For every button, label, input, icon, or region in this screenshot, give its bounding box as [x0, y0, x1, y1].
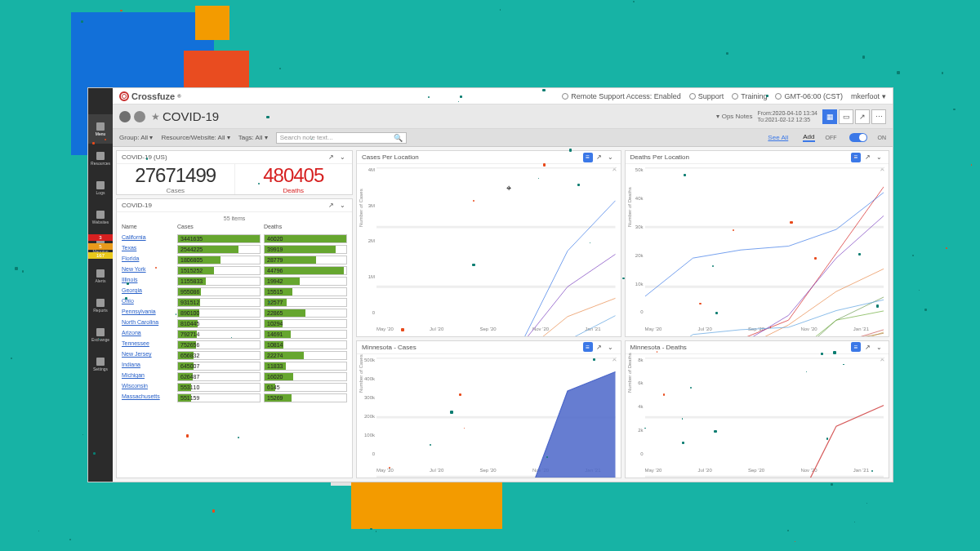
notes-toggle[interactable] — [849, 133, 867, 142]
table-count: 55 items — [122, 214, 347, 223]
expand-icon[interactable]: ↗ — [326, 153, 336, 162]
expand-icon[interactable]: ↗ — [595, 342, 604, 352]
filter-tags[interactable]: Tags: All — [238, 134, 268, 141]
expand-icon[interactable]: ↗ — [326, 201, 336, 211]
table-row[interactable]: Arizona79271414691 — [122, 329, 347, 340]
filter-resource[interactable]: Resource/Website: All — [161, 134, 229, 141]
search-input[interactable]: Search note text... 🔍 — [276, 132, 407, 144]
table-row[interactable]: Illinois115583319942 — [122, 276, 347, 287]
kpi-title: COVID-19 (US) — [122, 153, 167, 161]
state-link[interactable]: Texas — [122, 245, 174, 254]
table-row[interactable]: New Jersey65683222274 — [122, 350, 347, 361]
table-row[interactable]: Indiana64500711833 — [122, 361, 347, 371]
view-button-2[interactable]: ↗ — [855, 109, 870, 124]
add-link[interactable]: Add — [803, 133, 814, 142]
table-row[interactable]: Wisconsin5531106145 — [122, 382, 347, 393]
brand-logo[interactable]: Crossfuze® — [119, 91, 181, 101]
table-row[interactable]: Michigan62648716020 — [122, 371, 347, 382]
cases-cell: 1155833 — [177, 277, 261, 286]
expand-icon[interactable]: ↗ — [595, 153, 604, 162]
kpi-cases-value: 27671499 — [135, 164, 216, 187]
filter-group[interactable]: Group: All — [119, 134, 153, 141]
cases-cell: 1515252 — [177, 266, 261, 275]
settings-icon — [96, 358, 105, 366]
chart-title: Cases Per Location — [362, 153, 419, 161]
chevron-down-icon[interactable]: ⌄ — [337, 201, 347, 211]
chart-title: Minnesota - Cases — [362, 344, 416, 351]
legend-button[interactable]: ≡ — [851, 153, 861, 162]
nav-item-settings[interactable]: Settings — [88, 349, 113, 379]
websites-icon — [96, 211, 105, 219]
table-row[interactable]: Florida180680528779 — [122, 255, 347, 265]
table-row[interactable]: Tennessee75265610814 — [122, 340, 347, 350]
expand-icon[interactable]: ↗ — [862, 153, 872, 162]
legend-button[interactable]: ≡ — [583, 153, 593, 162]
state-link[interactable]: Indiana — [122, 362, 174, 371]
state-link[interactable]: North Carolina — [122, 319, 174, 328]
state-link[interactable]: New Jersey — [122, 351, 174, 360]
chevron-down-icon[interactable]: ⌄ — [874, 342, 884, 352]
legend-button[interactable]: ≡ — [583, 342, 593, 352]
state-link[interactable]: Ohio — [122, 298, 174, 307]
timezone-display[interactable]: GMT-06:00 (CST) — [775, 92, 843, 100]
state-link[interactable]: Pennsylvania — [122, 309, 174, 318]
training-link[interactable]: Training — [732, 92, 767, 100]
logo-icon — [119, 91, 129, 101]
nav-item-websites[interactable]: Websites — [88, 202, 113, 232]
deaths-cell: 44796 — [264, 266, 347, 275]
nav-item-exchange[interactable]: Exchange — [88, 320, 113, 349]
chevron-down-icon[interactable]: ⌄ — [606, 153, 616, 162]
state-link[interactable]: Florida — [122, 256, 174, 264]
col-deaths[interactable]: Deaths — [264, 224, 347, 233]
state-link[interactable]: Georgia — [122, 287, 174, 296]
chart-minnesota-cases: Minnesota - Cases ≡ ↗ ⌄ ✕ Number of Case… — [356, 340, 621, 479]
state-link[interactable]: Massachusetts — [122, 393, 174, 402]
chevron-down-icon[interactable]: ⌄ — [874, 153, 884, 162]
table-row[interactable]: Texas254422539919 — [122, 244, 347, 255]
expand-icon[interactable]: ↗ — [862, 342, 872, 352]
dashboard-icon[interactable] — [134, 111, 145, 122]
cases-cell: 890100 — [177, 309, 261, 318]
chevron-down-icon[interactable]: ⌄ — [606, 342, 616, 352]
chart-deaths-per-location: Deaths Per Location ≡ ↗ ⌄ ✕ Number of De… — [625, 150, 890, 337]
state-link[interactable]: New York — [122, 266, 174, 275]
home-icon[interactable] — [119, 111, 131, 122]
nav-item-menu[interactable]: Menu — [88, 114, 113, 144]
search-placeholder: Search note text... — [280, 134, 333, 141]
state-link[interactable]: Illinois — [122, 277, 174, 286]
state-link[interactable]: Michigan — [122, 372, 174, 381]
nav-item-alerts[interactable]: Alerts35167 — [88, 261, 113, 291]
state-link[interactable]: California — [122, 234, 174, 243]
col-name[interactable]: Name — [122, 224, 174, 233]
user-menu[interactable]: mkerfoot ▾ — [851, 92, 886, 100]
remote-support-link[interactable]: Remote Support Access: Enabled — [562, 92, 681, 100]
support-link[interactable]: Support — [689, 92, 724, 100]
table-row[interactable]: Pennsylvania89010022865 — [122, 308, 347, 318]
table-row[interactable]: California344163546020 — [122, 233, 347, 244]
view-button-more[interactable]: ⋯ — [871, 109, 886, 124]
ops-notes-dropdown[interactable]: Ops Notes — [716, 113, 752, 120]
alerts-icon — [96, 269, 105, 278]
table-row[interactable]: North Carolina81044510294 — [122, 318, 347, 329]
legend-button[interactable]: ≡ — [851, 342, 861, 352]
table-row[interactable]: Massachusetts55115915269 — [122, 393, 347, 403]
see-all-link[interactable]: See All — [768, 134, 788, 141]
col-cases[interactable]: Cases — [177, 224, 261, 233]
table-row[interactable]: Ohio93151212577 — [122, 297, 347, 308]
calendar-button[interactable]: ▦ — [822, 109, 837, 124]
state-link[interactable]: Arizona — [122, 330, 174, 339]
state-link[interactable]: Wisconsin — [122, 383, 174, 392]
deaths-cell: 15515 — [264, 287, 347, 296]
nav-item-reports[interactable]: Reports — [88, 291, 113, 320]
support-icon — [689, 93, 696, 100]
favorite-star-icon[interactable]: ★ — [151, 111, 160, 122]
state-link[interactable]: Tennessee — [122, 340, 174, 349]
view-button-1[interactable]: ▭ — [839, 109, 853, 124]
table-title: COVID-19 — [122, 202, 152, 209]
table-row[interactable]: Georgia95508615515 — [122, 287, 347, 297]
nav-item-logs[interactable]: Logs — [88, 173, 113, 202]
chevron-down-icon[interactable]: ⌄ — [337, 153, 347, 162]
deaths-cell: 19942 — [264, 277, 347, 286]
cases-cell: 656832 — [177, 351, 261, 360]
nav-item-resources[interactable]: Resources — [88, 144, 113, 173]
